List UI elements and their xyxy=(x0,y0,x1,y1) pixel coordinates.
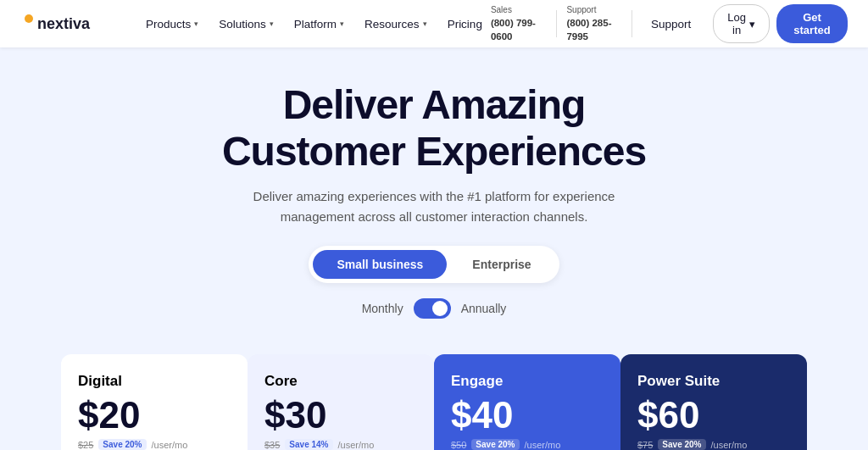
save-badge-engage: Save 20% xyxy=(471,439,519,450)
segment-enterprise[interactable]: Enterprise xyxy=(448,250,554,279)
chevron-down-icon: ▾ xyxy=(423,19,427,28)
billing-monthly-label: Monthly xyxy=(362,302,403,315)
svg-text:nextiva: nextiva xyxy=(37,15,91,32)
chevron-down-icon: ▾ xyxy=(270,19,274,28)
price-sub-engage: $50 Save 20% /user/mo xyxy=(451,439,604,450)
original-price-digital: $25 xyxy=(78,440,93,450)
save-badge-digital: Save 20% xyxy=(98,439,146,450)
hero-section: Deliver Amazing Customer Experiences Del… xyxy=(0,47,868,339)
toggle-knob xyxy=(432,301,448,316)
original-price-core: $35 xyxy=(264,440,280,450)
nav-actions: Log in ▾ Get started xyxy=(713,4,848,43)
nav-item-platform[interactable]: Platform ▾ xyxy=(286,13,353,36)
per-user-power-suite: /user/mo xyxy=(711,440,748,450)
pricing-card-power-suite: Power Suite $60 $75 Save 20% /user/mo Ge… xyxy=(620,354,807,450)
save-badge-core: Save 14% xyxy=(285,439,332,450)
billing-annually-label: Annually xyxy=(461,302,507,315)
hero-subtext: Deliver amazing experiences with the #1 … xyxy=(239,186,629,227)
nav-divider xyxy=(556,10,557,37)
per-user-engage: /user/mo xyxy=(525,440,561,450)
nav-links: Products ▾ Solutions ▾ Platform ▾ Resour… xyxy=(137,13,491,36)
price-sub-digital: $25 Save 20% /user/mo xyxy=(78,439,231,450)
nav-support-link[interactable]: Support xyxy=(643,13,699,36)
save-badge-power-suite: Save 20% xyxy=(658,439,705,450)
price-engage: $40 xyxy=(451,397,604,434)
billing-toggle: Monthly Annually xyxy=(17,298,851,319)
pricing-card-engage: Engage $40 $50 Save 20% /user/mo Get a D… xyxy=(434,354,620,450)
price-core: $30 xyxy=(264,397,417,434)
nav-item-solutions[interactable]: Solutions ▾ xyxy=(210,13,282,36)
segment-small-business[interactable]: Small business xyxy=(313,250,447,279)
chevron-down-icon: ▾ xyxy=(194,19,198,28)
original-price-engage: $50 xyxy=(451,440,466,450)
original-price-power-suite: $75 xyxy=(637,440,653,450)
price-digital: $20 xyxy=(78,397,231,434)
logo[interactable]: nextiva xyxy=(20,12,114,36)
nav-item-pricing[interactable]: Pricing xyxy=(439,13,491,36)
pricing-card-core: Core $30 $35 Save 14% /user/mo Get a Dem… xyxy=(248,354,434,450)
billing-toggle-switch[interactable] xyxy=(414,298,451,319)
nav-divider-2 xyxy=(632,10,632,37)
get-started-button[interactable]: Get started xyxy=(776,4,848,43)
nav-sales-contact: Sales (800) 799-0600 xyxy=(491,4,546,43)
segment-control: Small business Enterprise xyxy=(309,246,559,283)
card-title-core: Core xyxy=(264,373,417,390)
navbar: nextiva Products ▾ Solutions ▾ Platform … xyxy=(0,0,868,47)
svg-point-0 xyxy=(25,14,33,23)
price-power-suite: $60 xyxy=(637,397,790,434)
price-sub-power-suite: $75 Save 20% /user/mo xyxy=(637,439,790,450)
chevron-down-icon: ▾ xyxy=(749,18,755,31)
nav-item-resources[interactable]: Resources ▾ xyxy=(356,13,436,36)
chevron-down-icon: ▾ xyxy=(340,19,344,28)
card-title-digital: Digital xyxy=(78,373,231,390)
login-button[interactable]: Log in ▾ xyxy=(713,4,770,43)
pricing-cards-row: Digital $20 $25 Save 20% /user/mo Get a … xyxy=(0,354,868,450)
card-title-power-suite: Power Suite xyxy=(637,373,790,390)
nav-support-contact: Support (800) 285-7995 xyxy=(566,4,621,43)
per-user-digital: /user/mo xyxy=(152,440,188,450)
per-user-core: /user/mo xyxy=(338,440,375,450)
hero-headline: Deliver Amazing Customer Experiences xyxy=(17,81,851,175)
price-sub-core: $35 Save 14% /user/mo xyxy=(264,439,417,450)
pricing-card-digital: Digital $20 $25 Save 20% /user/mo Get a … xyxy=(61,354,248,450)
card-title-engage: Engage xyxy=(451,373,604,390)
nav-item-products[interactable]: Products ▾ xyxy=(137,13,207,36)
